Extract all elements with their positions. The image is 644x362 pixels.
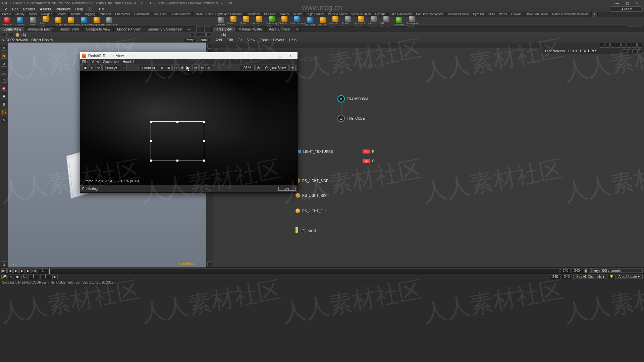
aov-dropdown[interactable]: beauty ▾ bbox=[102, 65, 120, 70]
auto-dropdown[interactable]: < Auto > ▾ bbox=[138, 65, 158, 70]
node-cam1[interactable]: 📷 cam1 bbox=[296, 227, 316, 233]
region-handle[interactable] bbox=[150, 160, 152, 162]
tab-add-icon[interactable]: + bbox=[186, 27, 192, 32]
tab-scene-view[interactable]: Scene View bbox=[0, 27, 25, 32]
rotate-icon[interactable]: ⟳ bbox=[1, 61, 7, 67]
key-mode-dropdown[interactable]: Key All Channels ▾ bbox=[573, 275, 607, 279]
menu-file[interactable]: File bbox=[1, 7, 7, 11]
region-handle[interactable] bbox=[150, 121, 152, 123]
net-menu-view[interactable]: View bbox=[247, 38, 255, 42]
play-back-icon[interactable]: ▶ bbox=[13, 268, 19, 273]
rwin-max-icon[interactable]: ▢ bbox=[275, 54, 285, 58]
snap-b-icon[interactable]: ▭ bbox=[199, 65, 205, 70]
loop-icon[interactable]: ↻ bbox=[21, 275, 27, 279]
size-dropdown[interactable]: Original Size ▾ bbox=[262, 65, 289, 70]
disp-opts-icon[interactable] bbox=[207, 261, 212, 266]
menu-help[interactable]: Help bbox=[75, 7, 83, 11]
up-icon[interactable] bbox=[637, 43, 642, 48]
close-button[interactable]: ✕ bbox=[633, 1, 642, 5]
net-menu-add[interactable]: Add bbox=[215, 38, 222, 42]
end-b[interactable]: 240 bbox=[562, 275, 572, 279]
pane-max-icon[interactable] bbox=[627, 26, 634, 32]
cam-lock-icon[interactable] bbox=[207, 44, 212, 49]
expand-icon[interactable] bbox=[206, 32, 211, 37]
net-menu-layout[interactable]: Layout bbox=[273, 38, 284, 42]
net-menu-tools[interactable]: Tools bbox=[260, 38, 269, 42]
zoom-fit-icon[interactable]: ⤢ bbox=[121, 65, 127, 70]
record-icon[interactable]: ⏺ bbox=[15, 275, 20, 279]
tab-asset-browser[interactable]: Asset Browser bbox=[266, 27, 294, 32]
rwin-min-icon[interactable]: — bbox=[264, 54, 274, 58]
rwin-menu-houdini[interactable]: Houdini bbox=[123, 60, 134, 64]
region-icon[interactable]: ▢ bbox=[172, 65, 178, 70]
grid-icon[interactable]: ▦ bbox=[1, 101, 7, 107]
node-o[interactable]: ◉O bbox=[363, 159, 375, 163]
desktop-main-button[interactable]: ♦ Main bbox=[611, 6, 643, 12]
redshift-render-window[interactable]: Redshift Render View — ▢ ✕ File View Cus… bbox=[80, 52, 298, 193]
lasso-icon[interactable]: ◯ bbox=[1, 109, 7, 115]
magnet-icon[interactable] bbox=[600, 43, 604, 48]
realtime-icon[interactable]: ▶ bbox=[52, 275, 58, 279]
node-r[interactable]: ✎R bbox=[363, 149, 374, 154]
to-end-icon[interactable]: ⏭ bbox=[32, 268, 37, 273]
cur-frame-b[interactable]: 1 bbox=[40, 275, 51, 279]
pin-path-icon[interactable] bbox=[190, 32, 195, 37]
cam-dropdown[interactable]: cam1 bbox=[198, 38, 211, 42]
node-light-rim[interactable]: RS_LIGHT_RIM bbox=[296, 193, 327, 198]
align-icon[interactable] bbox=[605, 43, 610, 48]
region-handle[interactable] bbox=[176, 160, 178, 162]
settings-icon[interactable] bbox=[196, 32, 200, 37]
tab-mat-palette[interactable]: Material Palette bbox=[235, 27, 265, 32]
end-a[interactable]: 240 bbox=[550, 275, 560, 279]
lock-icon[interactable]: 🔒 bbox=[179, 65, 185, 70]
node-the-cube[interactable]: ◒THE_CUBE bbox=[337, 115, 365, 122]
menu-assets[interactable]: Assets bbox=[40, 7, 51, 11]
rwin-canvas[interactable]: Frame 1: 2019-09-01 17:18:26 (0.06s) bbox=[80, 71, 298, 185]
tab-composite[interactable]: Composite View bbox=[83, 27, 114, 32]
node-light-textures[interactable]: LIGHT_TEXTURES bbox=[294, 149, 333, 154]
pane-menu-icon[interactable] bbox=[635, 26, 642, 32]
play-icon[interactable]: ▶ bbox=[19, 268, 25, 273]
grid-a-icon[interactable]: ▦ bbox=[166, 65, 172, 70]
shelf-redshift[interactable]: Redshift bbox=[1, 17, 13, 26]
nav-fwd-icon[interactable] bbox=[9, 32, 13, 37]
menu-edit[interactable]: Edit bbox=[12, 7, 18, 11]
nav-back-icon[interactable] bbox=[2, 32, 7, 37]
curve-icon[interactable]: ∿ bbox=[8, 275, 13, 279]
home-icon[interactable] bbox=[15, 33, 19, 37]
select-icon[interactable]: ▭ bbox=[1, 45, 7, 51]
perf-icon[interactable] bbox=[621, 43, 626, 48]
search-icon[interactable] bbox=[627, 49, 631, 53]
zoom-value[interactable]: 96 % bbox=[240, 65, 255, 70]
move-icon[interactable]: ✥ bbox=[1, 53, 7, 59]
menu-windows[interactable]: Windows bbox=[56, 7, 71, 11]
node-transform[interactable]: ✥TRANSFORM bbox=[337, 95, 368, 103]
down-icon[interactable] bbox=[632, 43, 637, 48]
tab-render-view[interactable]: Render View bbox=[56, 27, 83, 32]
sort-icon[interactable] bbox=[632, 49, 636, 53]
help-icon[interactable] bbox=[201, 32, 206, 37]
pane-menu-icon[interactable] bbox=[204, 26, 212, 32]
cancel-icon[interactable]: ▥ bbox=[89, 65, 95, 70]
expand-icon[interactable] bbox=[637, 49, 641, 53]
rwin-titlebar[interactable]: Redshift Render View — ▢ ✕ bbox=[80, 52, 298, 59]
snap-a-icon[interactable]: ▭ bbox=[193, 65, 199, 70]
region-handle[interactable] bbox=[203, 160, 205, 162]
render-icon[interactable]: ▣ bbox=[82, 65, 88, 70]
key-icon[interactable]: 🔑 bbox=[1, 275, 7, 279]
brush-icon[interactable]: ✎ bbox=[1, 117, 7, 123]
rwin-menu-view[interactable]: View bbox=[92, 60, 99, 64]
tab-geo-spread[interactable]: Geometry Spreadsheet bbox=[144, 27, 186, 32]
gear-icon[interactable]: ⚙ bbox=[289, 65, 296, 70]
tab-tree-view[interactable]: Tree View bbox=[213, 27, 235, 32]
grid-b-icon[interactable] bbox=[616, 43, 621, 48]
range-lock-icon[interactable]: 🔒 bbox=[583, 268, 588, 273]
rwin-close-icon[interactable]: ✕ bbox=[285, 54, 296, 58]
gear-icon[interactable]: ⚙ bbox=[1, 261, 7, 267]
shelf-camera[interactable]: Camera bbox=[215, 17, 227, 26]
rwin-menu-customize[interactable]: Customize bbox=[103, 60, 119, 64]
region-handle[interactable] bbox=[150, 140, 152, 142]
star-icon[interactable] bbox=[622, 49, 626, 53]
net-menu-help[interactable]: Help bbox=[289, 38, 297, 42]
persp-dropdown[interactable]: Persp bbox=[183, 38, 197, 42]
